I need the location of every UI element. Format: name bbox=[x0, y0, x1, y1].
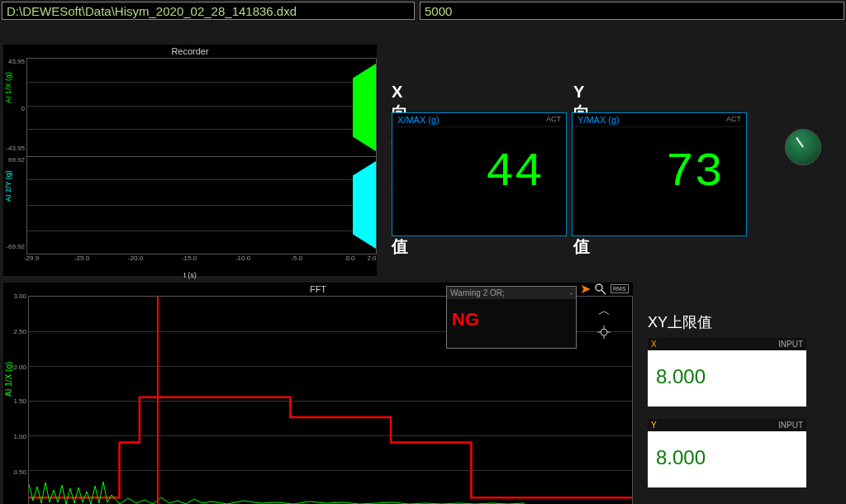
crosshair-icon[interactable] bbox=[597, 326, 611, 339]
y-limit-input[interactable]: Y INPUT 8.000 bbox=[648, 431, 806, 487]
fft-cursor[interactable] bbox=[157, 297, 159, 504]
digital-meter-x[interactable]: X/MAX (g) ACT 44 bbox=[392, 112, 567, 236]
recorder-ch1-label: AI 1/X (g) bbox=[4, 71, 12, 102]
recorder-y-axis: AI 1/X (g) 43.95 0 -43.95 AI 2/Y (g) 69.… bbox=[3, 58, 26, 254]
meter-x-value: 44 bbox=[392, 127, 566, 199]
recorder-plot[interactable] bbox=[26, 58, 377, 254]
svg-point-0 bbox=[596, 284, 602, 291]
x-limit-value: 8.000 bbox=[648, 350, 806, 403]
fft-toolbar: ➤ RMS ︿ bbox=[580, 281, 629, 339]
value-field[interactable]: 5000 bbox=[420, 2, 844, 20]
gauge-indicator[interactable] bbox=[785, 129, 821, 165]
file-path-field[interactable]: D:\DEWESoft\Data\Hisym_2020_02_28_141836… bbox=[2, 2, 415, 20]
recorder-panel: Recorder AI 1/X (g) 43.95 0 -43.95 AI 2/… bbox=[3, 45, 377, 276]
warning-panel[interactable]: Warning 2 OR; - NG bbox=[446, 286, 577, 349]
xy-limit-panel: XY上限值 X INPUT 8.000 Y INPUT 8.000 bbox=[648, 312, 806, 501]
recorder-ch2-label: AI 2/Y (g) bbox=[4, 170, 12, 202]
digital-meter-y[interactable]: Y/MAX (g) ACT 73 bbox=[572, 112, 747, 236]
y-limit-value: 8.000 bbox=[648, 431, 806, 484]
fft-y-axis: AI 1/X (g) 3.00 2.50 2.00 1.50 1.00 0.50… bbox=[3, 296, 28, 504]
cursor-icon[interactable]: ➤ bbox=[580, 281, 591, 297]
recorder-trace-x bbox=[353, 59, 376, 156]
rms-badge[interactable]: RMS bbox=[611, 284, 629, 293]
recorder-title: Recorder bbox=[3, 45, 377, 58]
xy-limit-title: XY上限值 bbox=[648, 312, 806, 332]
recorder-x-axis: -29.9 -25.0 -20.0 -15.0 -10.0 -5.0 0.0 2… bbox=[3, 254, 377, 269]
fft-signal-line bbox=[29, 480, 525, 504]
meter-x-channel: X/MAX (g) bbox=[397, 115, 440, 125]
svg-point-2 bbox=[601, 329, 607, 335]
chevron-up-icon[interactable]: ︿ bbox=[598, 303, 611, 319]
svg-line-1 bbox=[601, 290, 606, 294]
warning-title: Warning 2 OR; bbox=[450, 288, 505, 297]
warning-status: NG bbox=[447, 299, 576, 340]
recorder-trace-y bbox=[353, 156, 376, 254]
search-icon[interactable] bbox=[594, 283, 607, 296]
meter-y-value: 73 bbox=[573, 127, 746, 199]
x-limit-input[interactable]: X INPUT 8.000 bbox=[648, 350, 806, 407]
meter-y-channel: Y/MAX (g) bbox=[577, 115, 620, 125]
